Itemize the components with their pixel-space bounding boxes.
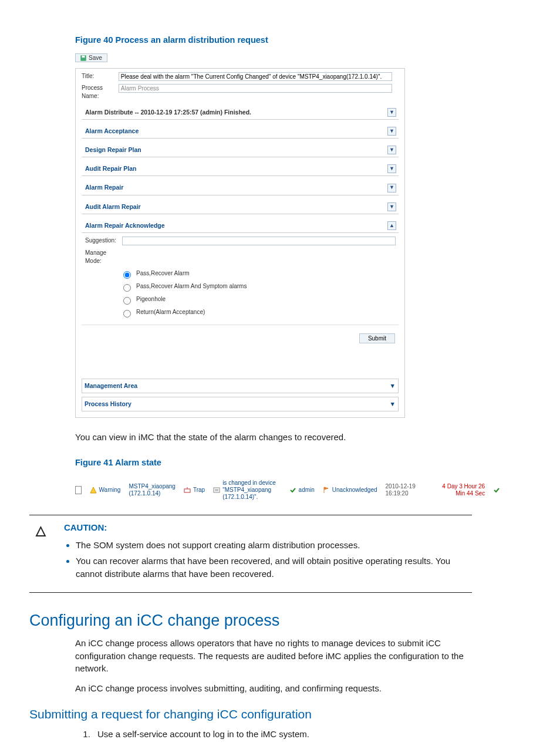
body-text-1: You can view in iMC that the state of th… <box>29 431 472 444</box>
caution-icon: △ <box>29 521 52 584</box>
suggestion-input[interactable] <box>122 237 396 245</box>
warning-icon <box>90 487 97 494</box>
step-2: Click the Service tab on the top navigat… <box>93 743 472 746</box>
chevron-down-icon: ▼ <box>387 202 396 211</box>
chevron-down-icon: ▼ <box>390 382 396 390</box>
panel-alarm-acceptance[interactable]: Alarm Acceptance ▼ <box>82 124 399 139</box>
flag-icon <box>323 487 330 494</box>
step-1: Use a self-service account to log in to … <box>93 728 472 741</box>
panel-management-area[interactable]: Management Area ▼ <box>82 379 399 393</box>
device-cell[interactable]: MSTP4_xiaopang (172.1.0.14) <box>129 483 176 497</box>
panel-design-repair-plan[interactable]: Design Repair Plan ▼ <box>82 143 399 157</box>
check-icon <box>493 487 500 494</box>
chevron-down-icon: ▼ <box>387 184 396 193</box>
chevron-down-icon: ▼ <box>390 400 396 409</box>
row-checkbox[interactable] <box>75 486 82 494</box>
list-icon <box>213 487 220 494</box>
save-button[interactable]: Save <box>75 53 107 62</box>
steps-list: Use a self-service account to log in to … <box>29 728 472 746</box>
submit-button[interactable]: Submit <box>359 333 395 343</box>
para-2: An iCC change process involves submittin… <box>29 682 472 695</box>
ack-cell[interactable]: Unacknowledged <box>323 486 377 495</box>
severity-cell: Warning <box>90 486 121 495</box>
chevron-down-icon: ▼ <box>387 146 396 154</box>
figure-41-row: Warning MSTP4_xiaopang (172.1.0.14) Trap… <box>75 476 501 504</box>
figure-40-screenshot: Save Title: Process Name: Alarm Distribu… <box>75 53 405 418</box>
desc-cell[interactable]: is changed in device "MSTP4_xiaopang (17… <box>213 480 281 501</box>
svg-rect-1 <box>82 55 85 57</box>
para-1: An iCC change process allows operators t… <box>29 637 472 675</box>
save-icon <box>80 55 86 61</box>
check-icon <box>289 487 296 494</box>
duration-cell: 4 Day 3 Hour 26 Min 44 Sec <box>433 483 485 497</box>
panel-audit-alarm-repair[interactable]: Audit Alarm Repair ▼ <box>82 200 399 214</box>
panel-ack-body: Suggestion: Manage Mode: Pass,Recover Al… <box>82 233 399 325</box>
user-cell: admin <box>289 486 315 495</box>
radio-pass-recover[interactable] <box>123 271 131 279</box>
panel-audit-repair-plan[interactable]: Audit Repair Plan ▼ <box>82 162 399 176</box>
title-label: Title: <box>82 72 117 81</box>
caution-title: CAUTION: <box>64 521 472 534</box>
svg-marker-2 <box>90 487 96 493</box>
process-name-input[interactable] <box>119 84 392 93</box>
manage-mode-label: Manage Mode: <box>85 249 120 266</box>
figure-41-title: Figure 41 Alarm state <box>29 457 472 469</box>
figure-40-title: Figure 40 Process an alarm distribution … <box>29 34 472 46</box>
panel-process-history[interactable]: Process History ▼ <box>82 397 399 411</box>
radio-pass-recover-symptom[interactable] <box>123 284 131 292</box>
chevron-down-icon: ▼ <box>387 164 396 173</box>
caution-item-2: You can recover alarms that have been re… <box>76 555 472 580</box>
h2-submitting-request: Submitting a request for changing iCC co… <box>29 706 472 723</box>
svg-rect-5 <box>214 488 220 492</box>
chevron-down-icon: ▼ <box>387 108 396 117</box>
panel-alarm-distribute[interactable]: Alarm Distribute -- 2010-12-19 17:25:57 … <box>82 106 399 120</box>
svg-rect-3 <box>184 489 190 492</box>
trap-cell: Trap <box>184 486 205 495</box>
h1-configuring-icc: Configuring an iCC change process <box>29 609 472 632</box>
title-input[interactable] <box>119 72 392 81</box>
panel-alarm-repair-ack[interactable]: Alarm Repair Acknowledge ▲ <box>82 219 399 233</box>
dist-cell: Distributed <box>493 486 501 495</box>
caution-block: △ CAUTION: The SOM system does not suppo… <box>29 515 472 593</box>
suggestion-label: Suggestion: <box>85 237 120 245</box>
time-cell: 2010-12-19 16:19:20 <box>386 483 424 497</box>
radio-pigeonhole[interactable] <box>123 297 131 305</box>
trap-icon <box>184 487 191 494</box>
chevron-down-icon: ▼ <box>387 127 396 136</box>
chevron-up-icon: ▲ <box>387 221 396 230</box>
panel-alarm-repair[interactable]: Alarm Repair ▼ <box>82 181 399 195</box>
process-name-label: Process Name: <box>82 84 117 101</box>
save-label: Save <box>89 55 102 61</box>
caution-item-1: The SOM system does not support creating… <box>76 539 472 552</box>
radio-return[interactable] <box>123 310 131 318</box>
